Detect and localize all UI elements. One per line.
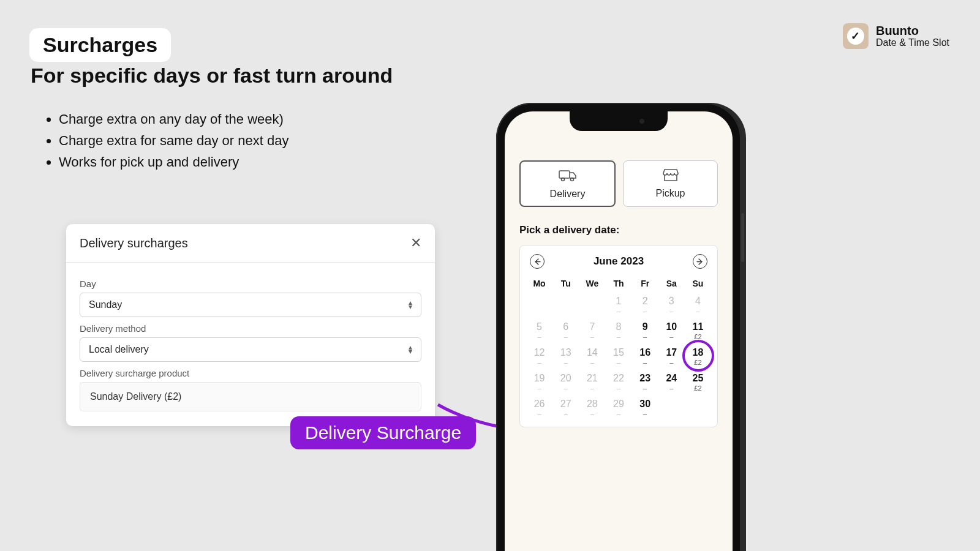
day-select-value: Sunday	[89, 299, 122, 310]
calendar-dow: Mo	[526, 275, 552, 292]
brand-icon: ✓	[843, 23, 869, 49]
calendar-cell-empty	[526, 292, 552, 318]
calendar-cell-empty	[658, 395, 685, 421]
svg-rect-0	[559, 171, 570, 178]
calendar-cell-empty	[552, 292, 579, 318]
product-value[interactable]: Sunday Delivery (£2)	[80, 382, 421, 411]
calendar-day: 1–	[605, 292, 631, 318]
calendar-day[interactable]: 11£2	[685, 318, 711, 343]
calendar-day[interactable]: 25£2	[685, 369, 711, 395]
method-select-value: Local delivery	[89, 344, 149, 355]
calendar-day: 29–	[605, 395, 631, 421]
calendar-next-button[interactable]	[693, 254, 707, 269]
calendar-dow: Th	[605, 275, 631, 292]
phone-side-button	[741, 213, 744, 262]
pick-date-label: Pick a delivery date:	[519, 224, 718, 236]
calendar-day: 2–	[632, 292, 658, 318]
calendar-day: 4–	[685, 292, 711, 318]
calendar-day[interactable]: 18£2	[685, 343, 711, 369]
page-subtitle: For specific days or fast turn around	[31, 64, 393, 88]
calendar-day: 19–	[526, 369, 552, 395]
calendar: June 2023 MoTuWeThFrSaSu 1–2–3–4–5–6–7–8…	[519, 245, 718, 427]
svg-point-2	[570, 178, 573, 181]
calendar-day: 27–	[552, 395, 579, 421]
bullet-item: Charge extra on any day of the week)	[59, 109, 288, 129]
tab-pickup-label: Pickup	[655, 188, 685, 199]
calendar-dow: Su	[685, 275, 711, 292]
calendar-day: 22–	[605, 369, 631, 395]
day-select[interactable]: Sunday ▴▾	[80, 293, 421, 317]
calendar-day: 21–	[579, 369, 605, 395]
brand-badge: ✓ Buunto Date & Time Slot	[843, 23, 949, 49]
arrow-left-icon	[534, 258, 541, 265]
callout-pill: Delivery Surcharge	[290, 416, 476, 449]
phone-notch	[570, 111, 668, 131]
calendar-cell-empty	[685, 395, 711, 421]
calendar-dow: Sa	[658, 275, 685, 292]
brand-tagline: Date & Time Slot	[876, 37, 949, 48]
arrow-right-icon	[696, 258, 703, 265]
calendar-day[interactable]: 23–	[632, 369, 658, 395]
brand-name: Buunto	[876, 24, 949, 37]
method-label: Delivery method	[80, 323, 421, 334]
calendar-dow: Tu	[552, 275, 579, 292]
store-icon	[662, 168, 680, 184]
product-label: Delivery surcharge product	[80, 368, 421, 378]
tab-pickup[interactable]: Pickup	[623, 160, 718, 207]
calendar-day: 26–	[526, 395, 552, 421]
modal-title: Delivery surcharges	[80, 236, 188, 250]
page-title-pill: Surcharges	[29, 28, 171, 62]
bullet-item: Charge extra for same day or next day	[59, 130, 288, 151]
calendar-day[interactable]: 24–	[658, 369, 685, 395]
calendar-day[interactable]: 9–	[632, 318, 658, 343]
close-icon[interactable]: ✕	[410, 235, 421, 251]
calendar-dow: We	[579, 275, 605, 292]
calendar-dow: Fr	[632, 275, 658, 292]
calendar-day: 20–	[552, 369, 579, 395]
tab-delivery[interactable]: Delivery	[519, 160, 616, 207]
phone-screen: Delivery Pickup Pick a delivery date:	[505, 111, 733, 551]
calendar-day: 5–	[526, 318, 552, 343]
calendar-day: 14–	[579, 343, 605, 369]
calendar-day: 3–	[658, 292, 685, 318]
calendar-day: 8–	[605, 318, 631, 343]
truck-icon	[559, 169, 577, 185]
select-caret-icon: ▴▾	[409, 345, 412, 354]
calendar-day: 15–	[605, 343, 631, 369]
svg-point-1	[561, 178, 564, 181]
calendar-day[interactable]: 17–	[658, 343, 685, 369]
calendar-day[interactable]: 10–	[658, 318, 685, 343]
calendar-day[interactable]: 30–	[632, 395, 658, 421]
bullet-item: Works for pick up and delivery	[59, 152, 288, 172]
calendar-month-label: June 2023	[594, 255, 644, 268]
calendar-prev-button[interactable]	[530, 254, 545, 269]
calendar-day: 13–	[552, 343, 579, 369]
calendar-cell-empty	[579, 292, 605, 318]
day-label: Day	[80, 279, 421, 289]
checkmark-icon: ✓	[847, 28, 864, 45]
calendar-day: 28–	[579, 395, 605, 421]
surcharge-modal: Delivery surcharges ✕ Day Sunday ▴▾ Deli…	[66, 224, 435, 426]
calendar-day[interactable]: 16–	[632, 343, 658, 369]
method-select[interactable]: Local delivery ▴▾	[80, 337, 421, 362]
calendar-day: 12–	[526, 343, 552, 369]
calendar-day: 6–	[552, 318, 579, 343]
feature-bullets: Charge extra on any day of the week) Cha…	[59, 109, 288, 173]
phone-frame: Delivery Pickup Pick a delivery date:	[496, 103, 741, 551]
select-caret-icon: ▴▾	[409, 301, 412, 309]
tab-delivery-label: Delivery	[550, 189, 586, 200]
calendar-day: 7–	[579, 318, 605, 343]
